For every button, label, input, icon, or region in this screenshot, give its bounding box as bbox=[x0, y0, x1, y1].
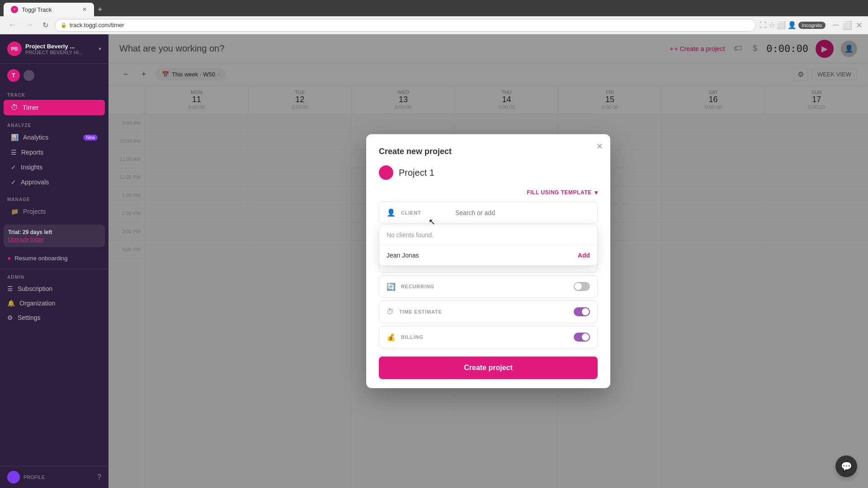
sidebar-projects-label: Projects bbox=[23, 208, 46, 215]
sidebar-item-settings[interactable]: ⚙ Settings bbox=[0, 310, 108, 325]
active-tab[interactable]: T Toggl Track ✕ bbox=[4, 3, 94, 16]
resume-onboarding[interactable]: ● Resume onboarding bbox=[0, 251, 108, 265]
forward-btn[interactable]: → bbox=[23, 19, 36, 32]
sidebar-item-organization[interactable]: 🔔 Organization bbox=[0, 296, 108, 310]
time-estimate-icon: ⏱ bbox=[387, 308, 394, 316]
lock-icon: 🔒 bbox=[61, 22, 67, 28]
dialog-title: Create new project bbox=[379, 147, 598, 156]
recurring-icon: 🔄 bbox=[387, 282, 396, 291]
billing-icon: 💰 bbox=[387, 333, 396, 342]
billing-field-row: 💰 BILLING bbox=[379, 326, 598, 348]
tab-close[interactable]: ✕ bbox=[82, 6, 87, 13]
client-search-input[interactable] bbox=[455, 209, 590, 216]
main-content: What are you working on? + + Create a pr… bbox=[108, 34, 868, 488]
analyze-section-label: ANALYZE bbox=[0, 119, 108, 130]
projects-icon: 📁 bbox=[11, 208, 19, 215]
create-project-submit-btn[interactable]: Create project bbox=[379, 357, 598, 379]
sidebar-item-projects[interactable]: 📁 Projects bbox=[4, 204, 105, 219]
timer-icon: ⏱ bbox=[11, 103, 18, 112]
sidebar-reports-label: Reports bbox=[21, 149, 43, 156]
sidebar-item-timer[interactable]: ⏱ Timer bbox=[4, 100, 105, 115]
ext-icon-1[interactable]: ⛶ bbox=[760, 21, 767, 29]
recurring-label: RECURRING bbox=[401, 284, 455, 289]
reload-btn[interactable]: ↻ bbox=[40, 19, 51, 31]
client-item-name: Jean Jonas bbox=[387, 252, 419, 259]
analytics-icon: 📊 bbox=[11, 134, 19, 141]
add-client-btn[interactable]: Add bbox=[578, 252, 590, 259]
new-tab-btn[interactable]: + bbox=[94, 5, 106, 14]
profile-avatar bbox=[7, 471, 20, 483]
time-estimate-toggle[interactable] bbox=[574, 307, 590, 316]
url-bar[interactable]: 🔒 track.toggl.com/timer bbox=[55, 19, 756, 32]
sidebar-analytics-label: Analytics bbox=[23, 134, 48, 141]
second-logo bbox=[24, 70, 34, 81]
workspace-sub: PROJECT BEVERLY HI... bbox=[25, 50, 95, 55]
project-name-text: Project 1 bbox=[399, 168, 434, 178]
client-dropdown: No clients found. Jean Jonas Add bbox=[379, 225, 598, 266]
manage-section-label: MANAGE bbox=[0, 193, 108, 204]
approvals-icon: ✓ bbox=[11, 178, 16, 186]
sidebar-item-analytics[interactable]: 📊 Analytics New bbox=[4, 130, 105, 145]
sidebar-item-subscription[interactable]: ☰ Subscription bbox=[0, 282, 108, 296]
track-section-label: TRACK bbox=[0, 89, 108, 99]
chrome-maximize[interactable]: ⬜ bbox=[842, 20, 852, 30]
incognito-badge: Incognito bbox=[798, 22, 826, 29]
client-label: CLIENT bbox=[401, 210, 455, 216]
chrome-close[interactable]: ✕ bbox=[856, 20, 863, 30]
organization-icon: 🔔 bbox=[7, 300, 15, 307]
chrome-minimize[interactable]: ─ bbox=[833, 20, 839, 30]
nav-bar: ← → ↻ 🔒 track.toggl.com/timer ⛶ ☆ ⬜ 👤 In… bbox=[0, 16, 868, 34]
chevron-down-icon: ▾ bbox=[594, 189, 598, 196]
client-dropdown-item[interactable]: Jean Jonas Add bbox=[379, 245, 597, 265]
sidebar-item-reports[interactable]: ☰ Reports bbox=[4, 145, 105, 160]
workspace-avatar: PB bbox=[7, 42, 22, 56]
fill-template-btn[interactable]: FILL USING TEMPLATE ▾ bbox=[527, 189, 598, 196]
reports-icon: ☰ bbox=[11, 149, 17, 156]
workspace-name: Project Beverly ... bbox=[25, 43, 95, 50]
profile-label: PROFILE bbox=[24, 474, 45, 480]
help-icon[interactable]: ? bbox=[97, 473, 101, 481]
tab-title: Toggl Track bbox=[22, 6, 52, 13]
sidebar-approvals-label: Approvals bbox=[21, 178, 49, 186]
client-field-row[interactable]: 👤 CLIENT bbox=[379, 202, 598, 224]
recurring-toggle[interactable] bbox=[574, 282, 590, 291]
insights-icon: ✓ bbox=[11, 164, 16, 171]
client-icon: 👤 bbox=[387, 208, 396, 217]
dialog-close-btn[interactable]: ✕ bbox=[596, 141, 603, 151]
recurring-field-row: 🔄 RECURRING bbox=[379, 275, 598, 298]
sidebar-subscription-label: Subscription bbox=[18, 285, 52, 292]
sidebar-timer-label: Timer bbox=[23, 104, 38, 111]
time-estimate-label: TIME ESTIMATE bbox=[399, 309, 453, 314]
project-name-row: Project 1 bbox=[379, 165, 598, 180]
sidebar-profile[interactable]: PROFILE ? bbox=[0, 466, 108, 488]
no-clients-text: No clients found. bbox=[379, 225, 597, 245]
profile-icon[interactable]: 👤 bbox=[788, 21, 797, 29]
upgrade-link[interactable]: Upgrade today bbox=[8, 236, 100, 243]
chat-bubble[interactable]: 💬 bbox=[835, 455, 857, 477]
admin-section-label: ADMIN bbox=[0, 271, 108, 282]
time-estimate-field-row: ⏱ TIME ESTIMATE bbox=[379, 300, 598, 323]
toggl-logo: T bbox=[7, 69, 20, 82]
back-btn[interactable]: ← bbox=[5, 19, 19, 32]
sidebar-insights-label: Insights bbox=[21, 164, 42, 171]
sidebar: PB Project Beverly ... PROJECT BEVERLY H… bbox=[0, 34, 108, 488]
resume-icon: ● bbox=[7, 254, 11, 262]
trial-text: Trial: 29 days left bbox=[8, 229, 100, 235]
ext-icon-2[interactable]: ⬜ bbox=[777, 21, 786, 29]
project-color-dot[interactable] bbox=[379, 165, 393, 180]
create-project-dialog: Create new project ✕ Project 1 FILL USIN… bbox=[366, 134, 610, 388]
sidebar-workspace[interactable]: PB Project Beverly ... PROJECT BEVERLY H… bbox=[0, 34, 108, 64]
billing-toggle[interactable] bbox=[574, 333, 590, 342]
star-icon[interactable]: ☆ bbox=[769, 21, 775, 29]
tab-bar: T Toggl Track ✕ + bbox=[0, 0, 868, 16]
sidebar-settings-label: Settings bbox=[18, 314, 41, 321]
sidebar-item-approvals[interactable]: ✓ Approvals bbox=[4, 175, 105, 189]
url-text: track.toggl.com/timer bbox=[70, 22, 124, 28]
sidebar-item-insights[interactable]: ✓ Insights bbox=[4, 160, 105, 174]
fill-template-label: FILL USING TEMPLATE bbox=[527, 189, 591, 196]
browser-extensions: ⛶ ☆ ⬜ 👤 Incognito bbox=[760, 21, 826, 29]
sidebar-organization-label: Organization bbox=[19, 300, 55, 307]
modal-overlay[interactable]: Create new project ✕ Project 1 FILL USIN… bbox=[108, 34, 868, 488]
resume-label: Resume onboarding bbox=[14, 255, 67, 262]
analytics-new-badge: New bbox=[83, 135, 98, 141]
